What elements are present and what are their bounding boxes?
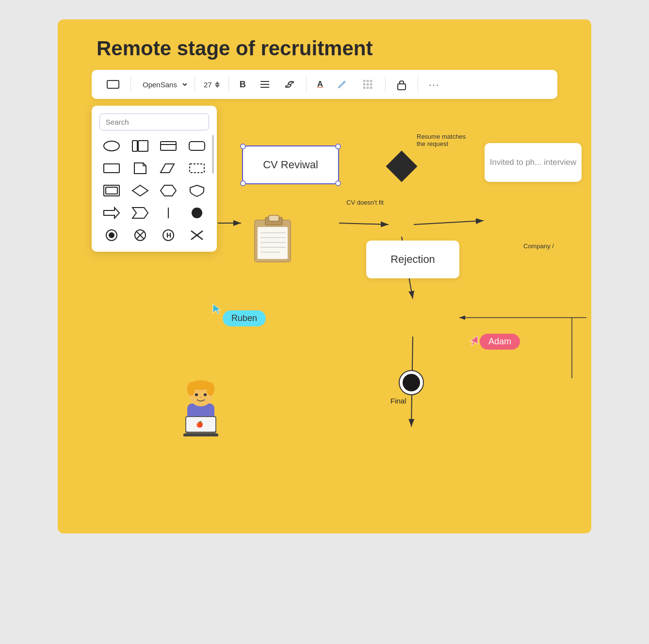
- svg-rect-67: [183, 434, 218, 436]
- cv-revival-label: CV Reviwal: [263, 159, 318, 171]
- svg-point-16: [104, 141, 119, 151]
- node-cv-revival[interactable]: CV Reviwal: [242, 145, 339, 184]
- label-resume-matches: Resume matchesthe request: [417, 133, 466, 147]
- node-diamond[interactable]: [389, 154, 414, 178]
- invited-label: Invited to ph... interview: [490, 158, 577, 167]
- shape-circle-h[interactable]: H: [156, 226, 181, 244]
- shape-parallelogram[interactable]: [156, 160, 181, 177]
- svg-point-71: [207, 382, 214, 396]
- svg-rect-19: [161, 142, 176, 150]
- panel-scrollbar[interactable]: [212, 135, 214, 174]
- font-size-down[interactable]: [215, 85, 220, 88]
- font-color-button[interactable]: A: [312, 77, 328, 92]
- cursor-adam: [469, 335, 479, 348]
- toolbar-divider-4: [306, 77, 307, 92]
- font-size-value: 27: [204, 80, 212, 89]
- outer-container: Remote stage of recruitment OpenSans 27: [0, 0, 649, 644]
- shape-search-input[interactable]: [99, 113, 209, 130]
- final-circle-inner: [403, 374, 420, 391]
- more-options-button[interactable]: ···: [424, 76, 445, 93]
- shape-inner-rect[interactable]: [99, 182, 124, 199]
- lock-button[interactable]: [391, 75, 412, 94]
- shape-x-mark[interactable]: [185, 226, 210, 244]
- shape-rectangle[interactable]: [99, 160, 124, 177]
- shape-credit-card[interactable]: [156, 137, 181, 155]
- svg-text:H: H: [166, 231, 171, 239]
- node-rejection[interactable]: Rejection: [366, 241, 459, 278]
- svg-point-70: [187, 382, 195, 396]
- svg-point-32: [192, 208, 202, 218]
- link-icon: [284, 80, 295, 89]
- svg-point-11: [370, 83, 372, 86]
- shape-line[interactable]: [156, 204, 181, 222]
- svg-rect-55: [258, 227, 288, 259]
- svg-line-45: [339, 223, 389, 225]
- handle-tr[interactable]: [335, 144, 341, 149]
- handle-br[interactable]: [335, 180, 341, 186]
- svg-point-34: [109, 232, 114, 238]
- person-avatar: 🍎: [177, 373, 225, 436]
- svg-line-46: [414, 221, 484, 225]
- shape-shield[interactable]: [185, 182, 210, 199]
- svg-marker-62: [470, 336, 478, 345]
- align-icon: [260, 80, 270, 89]
- svg-point-6: [363, 80, 365, 82]
- svg-rect-18: [138, 141, 148, 151]
- pen-button[interactable]: [332, 76, 352, 93]
- svg-point-10: [366, 83, 369, 86]
- toolbar-divider-2: [195, 77, 195, 92]
- font-color-a-label: A: [317, 80, 323, 89]
- shape-ellipse[interactable]: [99, 137, 124, 155]
- shape-circle-filled[interactable]: [185, 204, 210, 222]
- shape-vertical-tabs[interactable]: [128, 137, 153, 155]
- shape-target-circle[interactable]: [99, 226, 124, 244]
- shape-page[interactable]: [128, 160, 153, 177]
- handle-bl[interactable]: [240, 180, 246, 186]
- align-button[interactable]: [255, 77, 275, 92]
- rectangle-icon: [106, 79, 120, 90]
- shape-selector-button[interactable]: [101, 76, 125, 93]
- shape-arrow-right[interactable]: [99, 204, 124, 222]
- diamond-shape: [386, 150, 417, 182]
- node-invited[interactable]: Invited to ph... interview: [485, 143, 582, 182]
- svg-point-12: [363, 87, 365, 89]
- svg-marker-29: [104, 208, 119, 218]
- svg-point-14: [370, 87, 372, 89]
- pen-icon: [337, 79, 347, 90]
- link-button[interactable]: [279, 77, 300, 92]
- toolbar-divider-1: [130, 77, 131, 92]
- rejection-label: Rejection: [390, 253, 435, 266]
- shape-circle-x-cross[interactable]: [128, 226, 153, 244]
- shape-rounded-rect[interactable]: [185, 137, 210, 155]
- font-name-select[interactable]: OpenSans: [137, 78, 189, 91]
- shape-hexagon[interactable]: [156, 182, 181, 199]
- svg-rect-21: [189, 142, 205, 150]
- font-size-up[interactable]: [215, 81, 220, 84]
- shape-diamond[interactable]: [128, 182, 153, 199]
- svg-marker-27: [132, 185, 148, 196]
- svg-line-4: [289, 84, 291, 85]
- shape-chevron[interactable]: [128, 204, 153, 222]
- user-label-adam: Adam: [480, 334, 520, 350]
- toolbar-divider-5: [385, 77, 386, 92]
- pattern-button[interactable]: [356, 75, 379, 94]
- svg-marker-30: [132, 208, 148, 218]
- svg-rect-17: [132, 141, 137, 151]
- canvas-wrapper: Remote stage of recruitment OpenSans 27: [58, 19, 591, 533]
- lock-icon: [396, 78, 407, 91]
- toolbar-divider-6: [418, 77, 418, 92]
- page-title: Remote stage of recruitment: [58, 19, 591, 70]
- bold-button[interactable]: B: [235, 77, 251, 93]
- pattern-icon: [361, 78, 374, 91]
- shape-dashed-rect[interactable]: [185, 160, 210, 177]
- svg-marker-28: [161, 185, 176, 196]
- font-size-control: 27: [201, 79, 223, 91]
- toolbar: OpenSans 27 B: [92, 70, 557, 99]
- label-company: Company /: [523, 242, 554, 250]
- label-cv-doesnt-fit: CV doesn't fit: [346, 199, 384, 206]
- svg-point-9: [363, 83, 365, 86]
- svg-rect-15: [398, 84, 406, 90]
- final-circle-outer: [399, 370, 424, 395]
- node-final[interactable]: [397, 369, 425, 397]
- handle-tl[interactable]: [240, 144, 246, 149]
